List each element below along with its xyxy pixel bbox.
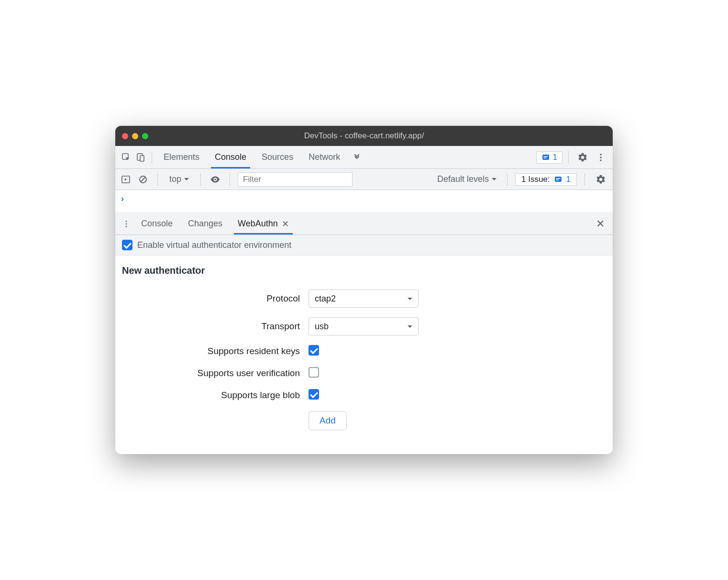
- window-title: DevTools - coffee-cart.netlify.app/: [115, 131, 613, 141]
- console-body[interactable]: ›: [115, 190, 613, 213]
- titlebar: DevTools - coffee-cart.netlify.app/: [115, 126, 613, 146]
- minimize-window-button[interactable]: [132, 133, 138, 139]
- enable-virtual-auth-row: Enable virtual authenticator environment: [115, 235, 613, 256]
- settings-icon[interactable]: [574, 149, 591, 166]
- tab-elements[interactable]: Elements: [156, 146, 207, 168]
- resident-keys-checkbox[interactable]: [309, 345, 319, 356]
- inspect-element-icon[interactable]: [119, 150, 133, 165]
- resident-keys-label: Supports resident keys: [122, 346, 309, 357]
- log-levels-select[interactable]: Default levels: [434, 174, 499, 184]
- svg-point-10: [214, 178, 216, 180]
- transport-select[interactable]: usb: [309, 317, 419, 335]
- device-toggle-icon[interactable]: [133, 150, 148, 165]
- resident-keys-row: Supports resident keys: [122, 345, 606, 357]
- divider: [585, 173, 585, 186]
- toolbar-right: 1: [536, 149, 609, 166]
- caret-down-icon: [184, 178, 189, 183]
- large-blob-row: Supports large blob: [122, 389, 606, 402]
- sidebar-toggle-icon[interactable]: [119, 173, 132, 186]
- transport-value: usb: [315, 322, 329, 332]
- protocol-value: ctap2: [315, 294, 336, 304]
- context-label: top: [169, 174, 181, 184]
- divider: [200, 173, 201, 186]
- svg-point-5: [600, 156, 602, 158]
- main-toolbar: Elements Console Sources Network 1: [115, 146, 613, 169]
- live-expression-icon[interactable]: [209, 173, 222, 186]
- drawer-tab-console[interactable]: Console: [133, 213, 180, 234]
- svg-point-12: [126, 221, 127, 222]
- svg-rect-3: [542, 155, 549, 160]
- large-blob-checkbox[interactable]: [309, 389, 319, 400]
- issues-count: 1: [553, 153, 557, 162]
- drawer-tab-changes[interactable]: Changes: [180, 213, 230, 234]
- divider: [152, 151, 152, 164]
- new-authenticator-title: New authenticator: [122, 265, 606, 276]
- protocol-label: Protocol: [122, 293, 309, 304]
- caret-down-icon: [492, 178, 496, 183]
- divider: [230, 173, 230, 186]
- drawer-more-icon[interactable]: [119, 213, 133, 234]
- drawer-tab-webauthn[interactable]: WebAuthn ✕: [230, 213, 297, 234]
- traffic-lights: [122, 133, 148, 139]
- enable-virtual-auth-label: Enable virtual authenticator environment: [137, 240, 291, 250]
- drawer-tab-label: WebAuthn: [238, 219, 278, 229]
- svg-point-4: [600, 154, 602, 156]
- add-button[interactable]: Add: [309, 411, 347, 430]
- protocol-select[interactable]: ctap2: [309, 290, 419, 308]
- divider: [568, 151, 569, 164]
- filter-input[interactable]: [238, 172, 353, 187]
- svg-point-6: [600, 159, 602, 161]
- console-settings-icon[interactable]: [593, 171, 609, 188]
- divider: [507, 173, 507, 186]
- user-verification-row: Supports user verification: [122, 367, 606, 379]
- large-blob-label: Supports large blob: [122, 390, 309, 401]
- main-tabs: Elements Console Sources Network: [156, 146, 536, 168]
- issues-indicator[interactable]: 1: [536, 151, 563, 164]
- svg-point-13: [126, 223, 127, 224]
- tab-console[interactable]: Console: [207, 146, 254, 168]
- console-toolbar: top Default levels 1 Issue: 1: [115, 169, 613, 190]
- drawer-tabs: Console Changes WebAuthn ✕ ✕: [115, 213, 613, 235]
- close-window-button[interactable]: [122, 133, 128, 139]
- levels-label: Default levels: [437, 174, 489, 184]
- devtools-window: DevTools - coffee-cart.netlify.app/ Elem…: [115, 126, 613, 454]
- tab-sources[interactable]: Sources: [254, 146, 301, 168]
- transport-row: Transport usb: [122, 317, 606, 335]
- more-options-icon[interactable]: [593, 149, 609, 166]
- enable-virtual-auth-checkbox[interactable]: [122, 240, 132, 250]
- console-prompt-icon: ›: [121, 194, 124, 203]
- svg-rect-11: [555, 177, 562, 182]
- maximize-window-button[interactable]: [142, 133, 148, 139]
- execution-context-select[interactable]: top: [165, 174, 193, 184]
- issues-label: 1 Issue:: [521, 175, 550, 184]
- issues-count: 1: [566, 175, 571, 184]
- divider: [157, 173, 158, 186]
- protocol-row: Protocol ctap2: [122, 290, 606, 308]
- webauthn-panel: New authenticator Protocol ctap2 Transpo…: [115, 256, 613, 454]
- close-tab-icon[interactable]: ✕: [282, 219, 289, 229]
- issues-button[interactable]: 1 Issue: 1: [515, 173, 577, 186]
- svg-point-14: [126, 225, 127, 227]
- drawer-close-icon[interactable]: ✕: [592, 213, 609, 234]
- clear-console-icon[interactable]: [136, 173, 150, 186]
- tab-network[interactable]: Network: [301, 146, 348, 168]
- svg-rect-2: [140, 156, 144, 161]
- transport-label: Transport: [122, 321, 309, 332]
- more-tabs-button[interactable]: [348, 146, 366, 168]
- user-verification-checkbox[interactable]: [309, 367, 319, 378]
- user-verification-label: Supports user verification: [122, 368, 309, 379]
- svg-line-9: [141, 177, 145, 182]
- add-row: Add: [122, 411, 606, 430]
